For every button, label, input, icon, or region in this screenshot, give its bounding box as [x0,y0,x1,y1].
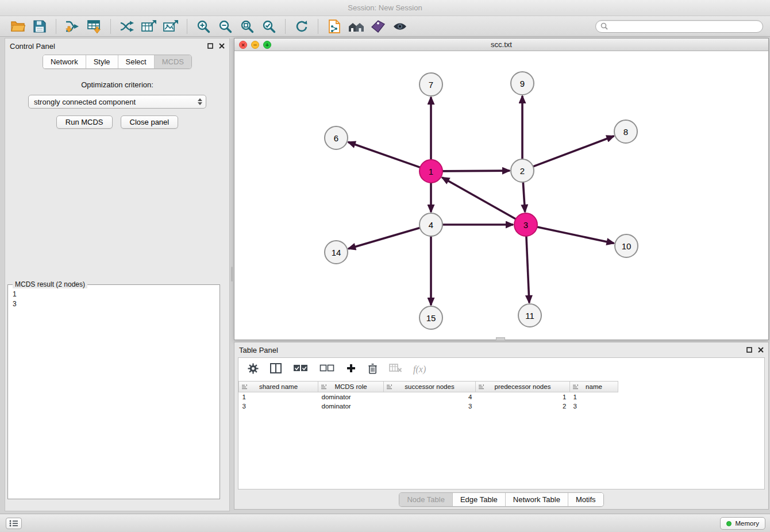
edge-4-14[interactable] [348,228,420,249]
node-4[interactable]: 4 [419,213,442,236]
column-header-shared-name[interactable]: shared name [239,381,318,392]
delete-table-button[interactable] [389,364,402,375]
control-tab-style[interactable]: Style [86,55,118,68]
save-session-button[interactable] [29,18,51,35]
close-panel-button[interactable]: Close panel [121,115,179,129]
home-button[interactable] [345,18,367,35]
open-session-button[interactable] [7,18,29,35]
edge-3-11[interactable] [526,236,529,303]
sort-icon[interactable] [321,384,327,390]
show-columns-button[interactable] [270,363,282,376]
table-cell[interactable]: 1 [570,392,618,402]
control-tab-mcds[interactable]: MCDS [154,55,191,68]
table-cell[interactable]: 3 [570,402,618,411]
edge-1-6[interactable] [348,142,420,167]
export-network-button[interactable] [116,18,138,35]
table-cell[interactable]: dominator [318,392,384,402]
zoom-selected-button[interactable] [258,18,280,35]
node-10[interactable]: 10 [615,234,638,257]
sort-icon[interactable] [241,384,248,390]
close-panel-icon[interactable] [219,43,225,49]
session-list-button[interactable] [6,518,22,529]
node-8[interactable]: 8 [614,120,637,143]
table-tab-node-table[interactable]: Node Table [399,493,452,506]
table-cell[interactable]: 2 [476,402,570,411]
edge-3-10[interactable] [537,227,614,243]
splitter-grip[interactable] [231,267,233,282]
column-header-name[interactable]: name [570,381,618,392]
node-9[interactable]: 9 [511,72,534,95]
function-builder-button[interactable]: f(x) [413,364,426,375]
close-window-button[interactable]: × [239,41,247,49]
table-row[interactable]: 3dominator323 [239,402,618,411]
sort-icon[interactable] [478,384,484,390]
sort-icon[interactable] [572,384,579,390]
table-cell[interactable]: 1 [476,392,570,402]
table-cell[interactable]: 3 [384,402,476,411]
node-3[interactable]: 3 [514,213,537,236]
node-table: shared nameMCDS rolesuccessor nodesprede… [238,381,618,411]
node-label-7: 7 [429,80,433,90]
table-cell[interactable]: dominator [318,402,384,411]
network-canvas[interactable]: 7968124314101511 [234,51,768,340]
zoom-window-button[interactable]: + [263,41,271,49]
node-7[interactable]: 7 [419,73,442,96]
table-tab-network-table[interactable]: Network Table [505,493,568,506]
zoom-out-icon [218,20,232,33]
node-2[interactable]: 2 [511,159,534,182]
node-11[interactable]: 11 [518,304,541,327]
run-mcds-button[interactable]: Run MCDS [56,115,113,129]
table-settings-button[interactable] [248,363,259,376]
select-all-button[interactable] [293,364,308,375]
table-cell[interactable]: 4 [384,392,476,402]
network-resize-grip[interactable] [496,337,505,340]
add-column-button[interactable] [346,363,356,376]
export-table-button[interactable] [138,18,160,35]
node-14[interactable]: 14 [325,241,348,264]
delete-table-icon [389,364,402,373]
export-image-icon [163,19,179,34]
import-network-icon [64,19,80,34]
panel-splitter[interactable] [230,38,234,511]
deselect-all-button[interactable] [319,364,334,375]
sort-icon[interactable] [386,384,392,390]
edge-3-1[interactable] [442,178,515,219]
network-window-titlebar[interactable]: × − + scc.txt [234,38,768,51]
control-tab-network[interactable]: Network [43,55,86,68]
column-header-successor-nodes[interactable]: successor nodes [384,381,476,392]
search-field[interactable] [595,20,763,33]
style-tag-button[interactable] [367,18,389,35]
zoom-in-button[interactable] [192,18,214,35]
node-6[interactable]: 6 [325,126,348,149]
delete-column-button[interactable] [368,363,378,376]
zoom-fit-button[interactable] [236,18,258,35]
float-panel-icon[interactable] [746,347,752,353]
close-panel-icon[interactable] [758,347,764,353]
control-tab-select[interactable]: Select [118,55,154,68]
node-15[interactable]: 15 [419,306,442,329]
node-1[interactable]: 1 [419,160,442,183]
show-hide-button[interactable] [389,18,411,35]
float-panel-icon[interactable] [207,43,213,49]
criterion-dropdown[interactable]: strongly connected component [28,95,206,109]
table-cell[interactable]: 1 [239,392,318,402]
table-cell[interactable]: 3 [239,402,318,411]
zoom-out-button[interactable] [214,18,236,35]
export-image-button[interactable] [160,18,182,35]
table-tab-edge-table[interactable]: Edge Table [452,493,505,506]
clone-network-button[interactable] [324,18,345,35]
search-input[interactable] [611,22,758,30]
zoom-fit-icon [240,20,254,33]
column-header-mcds-role[interactable]: MCDS role [318,381,384,392]
column-header-predecessor-nodes[interactable]: predecessor nodes [476,381,570,392]
table-tab-motifs[interactable]: Motifs [568,493,603,506]
edge-2-3[interactable] [523,182,525,212]
table-row[interactable]: 1dominator411 [239,392,618,402]
minimize-window-button[interactable]: − [251,41,259,49]
refresh-view-button[interactable] [291,18,313,35]
edge-1-2[interactable] [442,171,510,171]
edge-2-8[interactable] [533,136,614,167]
import-table-button[interactable] [83,18,105,35]
import-network-button[interactable] [61,18,83,35]
memory-button[interactable]: Memory [720,517,765,530]
